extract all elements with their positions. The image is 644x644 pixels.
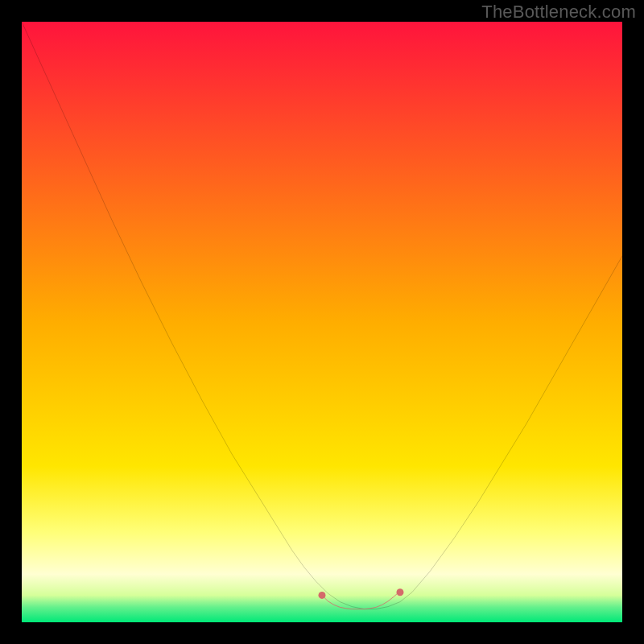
bottleneck-chart xyxy=(22,22,622,622)
watermark-text: TheBottleneck.com xyxy=(481,2,636,23)
gradient-background xyxy=(22,22,622,622)
dot-left xyxy=(319,592,326,599)
dot-right xyxy=(396,588,403,596)
chart-frame: TheBottleneck.com xyxy=(0,0,644,644)
